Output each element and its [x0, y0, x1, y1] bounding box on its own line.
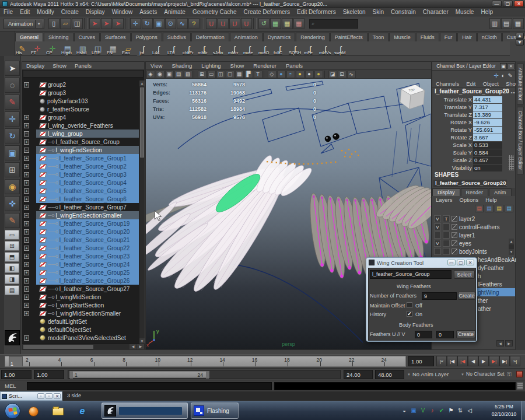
- outliner-search-input[interactable]: [23, 71, 143, 78]
- layer-toggle-red-icon[interactable]: ▤: [475, 205, 484, 212]
- expand-icon[interactable]: +: [24, 311, 29, 316]
- layer-menu-options[interactable]: Options: [456, 197, 482, 203]
- dialog-maximize-button[interactable]: ▢: [457, 260, 465, 265]
- collapse-icon[interactable]: −: [24, 148, 29, 153]
- menu-help[interactable]: Help: [477, 9, 496, 15]
- expand-icon[interactable]: +: [24, 335, 29, 341]
- tray-security-icon[interactable]: ✔: [438, 406, 446, 414]
- go-to-end-button[interactable]: »|: [510, 356, 520, 366]
- expand-icon[interactable]: +: [24, 295, 29, 300]
- show-tool-settings-icon[interactable]: ▤: [501, 18, 512, 29]
- outliner-item-content[interactable]: ──o l_feather_Source_Group23: [36, 252, 140, 260]
- taskbar-clock[interactable]: 5:25 PM 02/10/2010: [488, 403, 520, 418]
- scale-tool-icon[interactable]: ▣: [153, 18, 164, 29]
- outliner-item-l_wing_group[interactable]: −l_wing_group: [22, 130, 140, 138]
- shelf-tab-general[interactable]: General: [15, 33, 43, 41]
- layout-two-pane-top-icon[interactable]: ⬒: [5, 252, 19, 262]
- menu-file[interactable]: File: [0, 9, 16, 15]
- outliner-item-content[interactable]: modelPanel3ViewSelectedSet: [36, 334, 140, 342]
- expand-icon[interactable]: +: [24, 229, 29, 235]
- outliner-item-content[interactable]: ─o l_wingMidSection: [36, 293, 140, 301]
- shelf-item-Eao[interactable]: ▱Eao: [121, 41, 135, 55]
- soft-modification-icon[interactable]: ◉: [5, 179, 20, 194]
- shadows-icon[interactable]: ●: [305, 71, 314, 78]
- edit-mode-icon[interactable]: ✎: [508, 72, 513, 79]
- move-tool-icon[interactable]: ✛: [130, 18, 141, 29]
- shelf-item-mMrr[interactable]: ʃmMrr: [228, 41, 242, 55]
- select-hierarchy-icon[interactable]: ➤: [89, 18, 100, 29]
- anim-layer-selector[interactable]: No Anim Layer: [412, 371, 449, 377]
- media-player-taskbar-icon[interactable]: [27, 405, 40, 417]
- outliner-item-group3[interactable]: group3: [22, 89, 140, 97]
- new-layer-selected-icon[interactable]: ▤: [505, 205, 513, 212]
- menu-character[interactable]: Character: [419, 9, 452, 15]
- shelf-tab-subdivs[interactable]: Subdivs: [163, 33, 191, 41]
- expand-icon[interactable]: +: [24, 278, 29, 284]
- outliner-item-l_wingMidSectionSmaller[interactable]: +─o l_wingMidSectionSmaller: [22, 309, 140, 317]
- tray-antivirus-icon[interactable]: V: [419, 406, 427, 414]
- shelf-item-mFe[interactable]: ʃmFe: [303, 41, 317, 55]
- shelf-item-mMir[interactable]: ʃmMir: [197, 41, 211, 55]
- new-scene-icon[interactable]: ▯: [48, 18, 60, 29]
- maximize-button[interactable]: ▫: [46, 393, 52, 399]
- shelf-tab-fluids[interactable]: Fluids: [416, 33, 439, 41]
- outliner-item-content[interactable]: ─o l_wingEndSection: [36, 146, 140, 154]
- textured-mode-icon[interactable]: ◓: [286, 71, 295, 78]
- step-back-frame-button[interactable]: |◀: [447, 356, 457, 366]
- script-editor-icon[interactable]: [517, 382, 523, 390]
- tray-flag-icon[interactable]: ⚑: [447, 406, 455, 414]
- outliner-item-l_feather_Source_Group1[interactable]: +──o l_feather_Source_Group1: [22, 154, 140, 162]
- feathers-v-field[interactable]: 0: [436, 331, 454, 338]
- outliner-item-l_wingStartSection[interactable]: +─o l_wingStartSection: [22, 301, 140, 309]
- outliner-item-content[interactable]: ──o l_feather_Source_Group4: [36, 178, 140, 187]
- shelf-item-LT0[interactable]: ʃLT0: [167, 41, 181, 55]
- quick-selection-field[interactable]: ⌕: [309, 19, 358, 29]
- plugin-shapes-icon[interactable]: ∿: [347, 71, 356, 78]
- shelf-item-SQSH[interactable]: ʃSQSH: [288, 41, 302, 55]
- layer-row-bodyJoints[interactable]: bodyJoints: [432, 247, 515, 256]
- construction-history-icon[interactable]: ↺: [258, 18, 270, 29]
- channel-value-field[interactable]: 7.317: [473, 104, 502, 111]
- play-backwards-button[interactable]: ◀: [468, 356, 478, 366]
- paint-select-tool-icon[interactable]: ✎: [5, 94, 20, 110]
- expand-icon[interactable]: +: [24, 164, 29, 169]
- outliner-item-l_feather_Source_Group3[interactable]: +──o l_feather_Source_Group3: [22, 170, 140, 178]
- menu-set-dropdown[interactable]: Animation ▼: [4, 19, 44, 29]
- current-frame-indicator[interactable]: 1: [9, 356, 23, 367]
- layer-type-toggle[interactable]: [443, 232, 450, 239]
- render-settings-icon[interactable]: ▦: [293, 18, 304, 29]
- outliner-item-l_feather_Source_Group6[interactable]: +──o l_feather_Source_Group6: [22, 195, 140, 203]
- layer-color-swatch[interactable]: [452, 216, 457, 222]
- collapse-icon[interactable]: −: [24, 131, 29, 136]
- play-forwards-button[interactable]: ▶: [478, 356, 489, 366]
- number-of-feathers-field[interactable]: 9: [422, 292, 457, 300]
- maximize-button[interactable]: ▢: [503, 1, 513, 7]
- outliner-item-content[interactable]: ─o l_wingMidSectionSmaller: [36, 309, 140, 317]
- shelf-item-L44[interactable]: ʃL44: [152, 41, 166, 55]
- shelf-tab-curves[interactable]: Curves: [74, 33, 100, 41]
- chevron-down-icon[interactable]: ▼: [461, 373, 464, 376]
- tray-power-icon[interactable]: ◒: [400, 406, 408, 414]
- maya-taskbar-button[interactable]: [102, 402, 188, 419]
- scrollbar-thumb[interactable]: [140, 88, 144, 158]
- shelf-item-mUVs[interactable]: ʃmUVs: [318, 41, 332, 55]
- expand-icon[interactable]: +: [24, 123, 29, 128]
- outliner-item-content[interactable]: ──o l_feather_Source_Group2: [36, 162, 140, 170]
- outliner-item-content[interactable]: ──o l_feather_Source_Group25: [36, 268, 140, 276]
- shelf-item-mutO[interactable]: ʃmutO: [258, 41, 272, 55]
- expand-icon[interactable]: +: [24, 237, 29, 243]
- outliner-item-content[interactable]: ──o l_feather_Source_Group24: [36, 260, 140, 268]
- step-forward-frame-button[interactable]: ▶|: [499, 356, 510, 366]
- shelf-tab-hair[interactable]: Hair: [457, 33, 477, 41]
- outliner-item-l_feather_Source_Group27[interactable]: +──o l_feather_Source_Group27: [22, 285, 140, 293]
- outliner-item-polySurface103[interactable]: polySurface103: [22, 97, 140, 105]
- outliner-item-r_featherSource[interactable]: r_featherSource: [22, 105, 140, 113]
- source-group-field[interactable]: l_feather_Source_Group: [370, 270, 452, 279]
- restore-button[interactable]: ▫: [37, 393, 44, 399]
- auto-key-icon[interactable]: ⚿: [507, 371, 512, 378]
- channel-grip-handle[interactable]: [509, 155, 514, 170]
- close-button[interactable]: ✕: [514, 1, 524, 7]
- ik-handle-icon[interactable]: ∿: [177, 18, 188, 29]
- show-channel-box-icon[interactable]: ▦: [513, 18, 524, 29]
- snap-grid-icon[interactable]: U: [206, 18, 217, 29]
